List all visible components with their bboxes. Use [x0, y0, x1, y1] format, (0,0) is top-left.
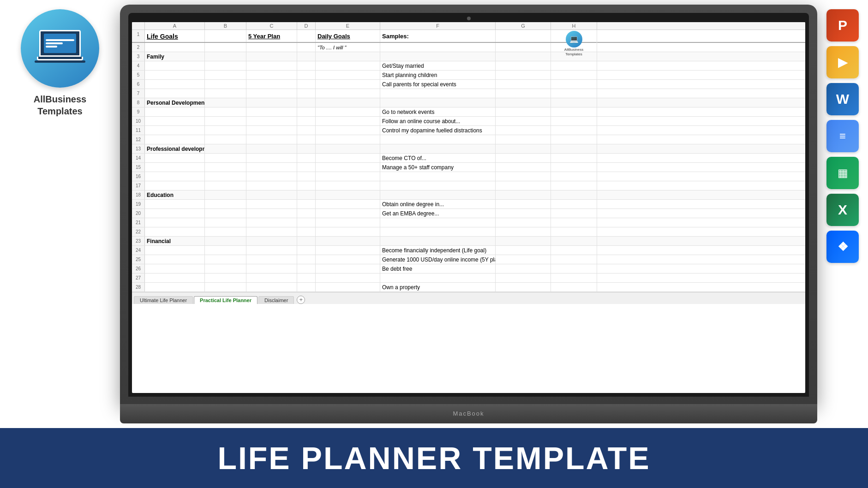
education-label: Education — [145, 190, 205, 199]
sample-cell: Call parents for special events — [380, 80, 496, 89]
word-icon[interactable]: W — [826, 83, 859, 115]
tab-disclaimer[interactable]: Disclaimer — [258, 296, 294, 304]
add-sheet-button[interactable]: + — [297, 296, 305, 304]
table-row: 12 — [132, 135, 805, 144]
macbook-container: A B C D E F G H 1 Life Goals 5 Ye — [120, 5, 817, 423]
banner-text: LIFE PLANNER TEMPLATE — [217, 440, 650, 476]
table-row: 11 Control my dopamine fuelled distracti… — [132, 126, 805, 135]
daily-goals-subtitle: "To .... I will " — [316, 43, 380, 52]
abt-logo-cell: 💻 AllBusinessTemplates — [551, 30, 597, 58]
camera — [467, 17, 471, 20]
table-row: 20 Get an EMBA degree... — [132, 209, 805, 218]
col-header-e: E — [316, 22, 380, 30]
sample-cell: Manage a 50+ staff company — [380, 163, 496, 172]
dropbox-icon[interactable]: ❖ — [826, 231, 859, 263]
financial-label: Financial — [145, 237, 205, 245]
table-row: 3 Family — [132, 52, 805, 61]
google-docs-icon[interactable]: ≡ — [826, 120, 859, 152]
laptop-screen — [39, 30, 81, 57]
sample-cell: Own a property — [380, 283, 496, 292]
five-year-plan-header: 5 Year Plan — [246, 30, 297, 42]
table-row: 26 Be debt free — [132, 264, 805, 274]
life-goals-header: Life Goals — [145, 30, 205, 42]
table-row: 25 Generate 1000 USD/day online income (… — [132, 255, 805, 264]
table-row: 6 Call parents for special events — [132, 80, 805, 89]
bottom-banner: LIFE PLANNER TEMPLATE — [0, 428, 868, 488]
sample-cell: Be debt free — [380, 264, 496, 273]
col-header-b: B — [205, 22, 246, 30]
screen-bezel: A B C D E F G H 1 Life Goals 5 Ye — [128, 13, 809, 397]
right-panel: P ▶ W ≡ ▦ X ❖ — [826, 9, 859, 263]
excel-icon[interactable]: X — [826, 194, 859, 226]
sample-cell: Control my dopamine fuelled distractions — [380, 126, 496, 135]
col-header-c: C — [246, 22, 297, 30]
logo-circle — [21, 9, 99, 88]
sample-cell: Follow an online course about... — [380, 117, 496, 125]
sample-cell: Get/Stay married — [380, 61, 496, 70]
col-header-f: F — [380, 22, 496, 30]
screen-line-3 — [46, 46, 57, 48]
screen-content — [44, 34, 76, 53]
sample-cell: Start planning children — [380, 71, 496, 79]
sample-cell: Obtain online degree in... — [380, 200, 496, 208]
sample-cell: Go to network events — [380, 107, 496, 116]
col-header-d: D — [297, 22, 316, 30]
abt-icon: 💻 — [566, 31, 582, 48]
tab-ultimate-life-planner[interactable]: Ultimate Life Planner — [134, 296, 193, 304]
table-row: 15 Manage a 50+ staff company — [132, 163, 805, 172]
daily-goals-header: Daily Goals — [316, 30, 380, 42]
table-row: 18 Education — [132, 190, 805, 200]
table-row: 17 — [132, 181, 805, 190]
macbook-screen: A B C D E F G H 1 Life Goals 5 Ye — [132, 22, 805, 393]
table-row: 5 Start planning children — [132, 71, 805, 80]
table-row: 14 Become CTO of... — [132, 154, 805, 163]
macbook-body: A B C D E F G H 1 Life Goals 5 Ye — [120, 5, 817, 405]
table-row: 27 — [132, 274, 805, 283]
col-header-g: G — [496, 22, 551, 30]
screen-line-1 — [46, 39, 74, 41]
laptop-icon — [35, 30, 85, 67]
table-row: 1 Life Goals 5 Year Plan Daily Goals Sam… — [132, 30, 805, 43]
row-num-spacer — [132, 22, 145, 30]
table-row: 24 Become financially independent (Life … — [132, 246, 805, 255]
macbook-base: MacBook — [120, 404, 817, 423]
table-row: 22 — [132, 227, 805, 237]
table-row: 7 — [132, 89, 805, 98]
table-row: 28 Own a property — [132, 283, 805, 292]
screen-line-2 — [46, 42, 63, 44]
sample-cell: Become CTO of... — [380, 154, 496, 162]
macbook-label: MacBook — [120, 404, 817, 423]
sample-cell: Get an EMBA degree... — [380, 209, 496, 218]
table-row: 21 — [132, 218, 805, 227]
professional-dev-label: Professional development/career — [145, 144, 205, 153]
google-slides-icon[interactable]: ▶ — [826, 46, 859, 78]
table-row: 16 — [132, 172, 805, 181]
table-row: 10 Follow an online course about... — [132, 117, 805, 126]
personal-dev-label: Personal Development — [145, 98, 205, 107]
family-label: Family — [145, 52, 205, 61]
table-row: 8 Personal Development — [132, 98, 805, 107]
col-headers: A B C D E F G H — [132, 22, 805, 30]
table-row: 23 Financial — [132, 237, 805, 246]
google-sheets-icon[interactable]: ▦ — [826, 157, 859, 189]
table-row: 19 Obtain online degree in... — [132, 200, 805, 209]
table-row: 2 "To .... I will " — [132, 43, 805, 52]
left-panel: AllBusiness Templates — [9, 9, 111, 117]
tab-practical-life-planner[interactable]: Practical Life Planner — [194, 296, 257, 304]
sheet-tabs: Ultimate Life Planner Practical Life Pla… — [132, 292, 805, 304]
laptop-base — [37, 57, 83, 60]
sample-cell: Become financially independent (Life goa… — [380, 246, 496, 255]
col-header-h: H — [551, 22, 597, 30]
table-row: 13 Professional development/career — [132, 144, 805, 154]
spreadsheet: A B C D E F G H 1 Life Goals 5 Ye — [132, 22, 805, 393]
col-header-a: A — [145, 22, 205, 30]
samples-header: Samples: — [380, 30, 496, 42]
brand-name: AllBusiness Templates — [34, 93, 86, 117]
table-row: 9 Go to network events — [132, 107, 805, 117]
powerpoint-icon[interactable]: P — [826, 9, 859, 42]
sample-cell: Generate 1000 USD/day online income (5Y … — [380, 255, 496, 264]
table-row: 4 Get/Stay married — [132, 61, 805, 71]
laptop-foot — [35, 60, 85, 63]
